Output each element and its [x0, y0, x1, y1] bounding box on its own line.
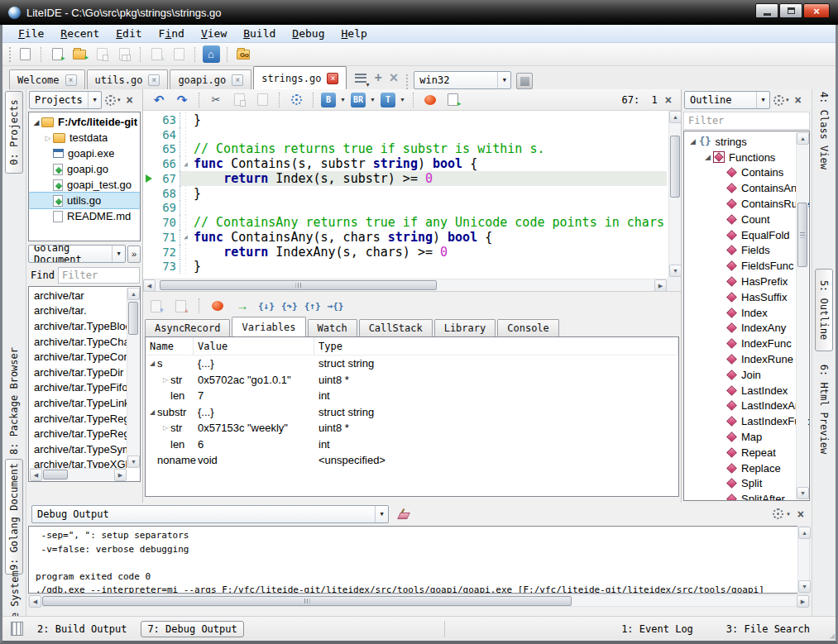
- side-tab-0-projects[interactable]: 0: Projects: [5, 91, 23, 174]
- variable-row-noname[interactable]: nonamevoid<unspecified>: [146, 452, 678, 469]
- outline-item-lastindexfunc[interactable]: LastIndexFunc: [684, 413, 809, 429]
- statusbar-item-1-event-log[interactable]: 1: Event Log: [615, 622, 699, 637]
- step-out-icon[interactable]: {↑}: [304, 301, 321, 312]
- doc-item-archive-tar-typefifo[interactable]: archive/tar.TypeFifo: [30, 380, 127, 396]
- tree-item-testdata[interactable]: ▷testdata: [29, 130, 140, 145]
- expander-icon[interactable]: ▷: [160, 376, 170, 384]
- editor-hscrollbar[interactable]: ◀ ▶: [143, 279, 667, 291]
- welcome-home-button[interactable]: ⌂: [202, 45, 220, 64]
- copy-button[interactable]: [230, 91, 248, 109]
- variable-row-len[interactable]: len7int: [146, 388, 678, 404]
- scroll-up-icon[interactable]: ▲: [797, 132, 809, 145]
- side-tab-8-package-browser[interactable]: 8: Package Browser: [5, 343, 23, 459]
- new-file-button[interactable]: [16, 45, 34, 64]
- expander-icon[interactable]: ◢: [688, 137, 697, 145]
- show-current-line-button[interactable]: ▾: [146, 297, 165, 315]
- menu-item-view[interactable]: View: [194, 26, 234, 41]
- clear-marks-button[interactable]: ▴: [171, 297, 189, 315]
- scroll-right-icon[interactable]: ▶: [654, 279, 667, 292]
- editor-tab-utils-go[interactable]: utils.go×: [87, 69, 169, 89]
- scroll-down-icon[interactable]: ▼: [669, 265, 681, 277]
- scrollbar-thumb[interactable]: [128, 302, 138, 335]
- panel-close-icon[interactable]: ×: [795, 509, 807, 519]
- maximize-button[interactable]: [779, 3, 802, 18]
- scroll-down-icon[interactable]: ▼: [127, 456, 140, 468]
- chevron-down-icon[interactable]: ▼: [340, 97, 346, 103]
- outline-item-lastindexany[interactable]: LastIndexAny: [684, 398, 809, 414]
- expander-icon[interactable]: ▷: [160, 424, 170, 432]
- variable-row-str[interactable]: ▷str0x57153c "weekly"uint8 *: [146, 420, 678, 436]
- scroll-down-icon[interactable]: ▼: [797, 487, 809, 499]
- tree-item-goapi-exe[interactable]: goapi.exe: [29, 145, 140, 161]
- redo-button[interactable]: ↷: [173, 91, 191, 109]
- fold-marker-icon[interactable]: ◢: [180, 156, 191, 171]
- sidebar-view-selector[interactable]: Projects ▼: [29, 91, 102, 109]
- doc-item-archive-tar-typesymlink[interactable]: archive/tar.TypeSymlink: [30, 441, 127, 457]
- debug-tab-asyncrecord[interactable]: AsyncRecord: [145, 319, 230, 336]
- doc-view-selector[interactable]: Golang Document ▼: [28, 245, 126, 263]
- side-tab-6-html-preview[interactable]: 6: Html Preview: [815, 363, 833, 456]
- expander-icon[interactable]: ◢: [31, 118, 41, 126]
- editor-tab-goapi-go[interactable]: goapi.go×: [170, 69, 251, 89]
- debug-tab-console[interactable]: Console: [497, 319, 559, 336]
- outline-item-splitafter[interactable]: SplitAfter: [684, 491, 809, 501]
- statusbar-item-2-build-output[interactable]: 2: Build Output: [31, 622, 132, 637]
- outline-group-functions[interactable]: ◢Functions: [684, 150, 809, 165]
- minimize-button[interactable]: [755, 3, 778, 18]
- outline-item-indexrune[interactable]: IndexRune: [684, 351, 809, 367]
- scrollbar-thumb[interactable]: [43, 470, 68, 479]
- side-tab-5-outline[interactable]: 5: Outline: [815, 269, 833, 351]
- scrollbar-thumb[interactable]: [160, 280, 437, 290]
- expander-icon[interactable]: ◢: [147, 360, 157, 367]
- doc-filter-input[interactable]: [58, 267, 140, 284]
- side-tab-9-golang-document[interactable]: 9: Golang Document: [5, 459, 23, 575]
- new-tab-icon[interactable]: +: [374, 72, 381, 83]
- debug-record-button[interactable]: [421, 91, 439, 109]
- expander-icon[interactable]: ◢: [703, 153, 712, 161]
- stop-debug-button[interactable]: [208, 297, 227, 315]
- outline-vscrollbar[interactable]: ▲ ▼: [796, 132, 808, 499]
- export-button[interactable]: ▸: [444, 91, 462, 109]
- doc-item-archive-tar-typechar[interactable]: archive/tar.TypeChar: [30, 334, 127, 350]
- test-button[interactable]: T: [381, 93, 395, 107]
- tree-item-utils-go[interactable]: utils.go: [29, 193, 140, 208]
- doc-list-hscrollbar[interactable]: ◀ ▶: [30, 468, 127, 480]
- panel-menu-gear-icon[interactable]: [773, 508, 783, 519]
- menu-item-find[interactable]: Find: [151, 26, 192, 41]
- panel-close-icon[interactable]: ×: [793, 95, 804, 105]
- close-tab-icon[interactable]: ×: [390, 72, 399, 83]
- open-file-button[interactable]: ▸: [48, 45, 66, 64]
- fold-marker-icon[interactable]: ◢: [180, 230, 191, 245]
- doc-item-archive-tar-typexglobalheader[interactable]: archive/tar.TypeXGlobalHeader: [30, 457, 127, 469]
- output-hscrollbar[interactable]: ◀ ▶: [28, 594, 810, 607]
- cut-button[interactable]: ✂: [207, 91, 225, 109]
- outline-filter-input[interactable]: [683, 112, 810, 130]
- tree-item-f-vfc-liteide-git[interactable]: ◢F:/vfc/liteide-git: [29, 114, 140, 130]
- continue-debug-button[interactable]: →: [233, 297, 251, 315]
- scroll-right-icon[interactable]: ▶: [114, 469, 127, 481]
- chevron-down-icon[interactable]: ▼: [370, 97, 376, 103]
- tab-close-icon[interactable]: ×: [327, 73, 338, 84]
- scroll-left-icon[interactable]: ◀: [30, 469, 42, 481]
- doc-item-archive-tar-typedir[interactable]: archive/tar.TypeDir: [30, 365, 127, 380]
- side-tab-4-class-view[interactable]: 4: Class View: [815, 88, 833, 173]
- outline-item-repeat[interactable]: Repeat: [684, 445, 809, 460]
- outline-item-map[interactable]: Map: [684, 429, 809, 445]
- go-env-button[interactable]: Go: [234, 45, 252, 64]
- editor-settings-button[interactable]: [287, 91, 305, 109]
- outline-view-selector[interactable]: Outline ▼: [684, 91, 770, 109]
- scrollbar-thumb[interactable]: [670, 136, 680, 198]
- tree-item-goapi-test-go[interactable]: goapi_test.go: [29, 177, 140, 193]
- save-file-button[interactable]: [93, 45, 111, 64]
- panel-toggle-icon[interactable]: [11, 622, 23, 636]
- variable-row-s[interactable]: ◢s{...}struct string: [146, 355, 678, 372]
- menu-item-debug[interactable]: Debug: [285, 26, 332, 41]
- doc-item-archive-tar-typerega[interactable]: archive/tar.TypeRegA: [30, 426, 127, 441]
- outline-item-containsrune[interactable]: ContainsRune: [684, 196, 809, 212]
- tab-close-icon[interactable]: ×: [148, 74, 160, 86]
- statusbar-item-3-file-search[interactable]: 3: File Search: [721, 622, 816, 637]
- column-header-type[interactable]: Type: [314, 337, 678, 355]
- menu-item-build[interactable]: Build: [236, 26, 283, 41]
- outline-item-replace[interactable]: Replace: [684, 460, 809, 476]
- panel-close-icon[interactable]: ×: [124, 95, 136, 105]
